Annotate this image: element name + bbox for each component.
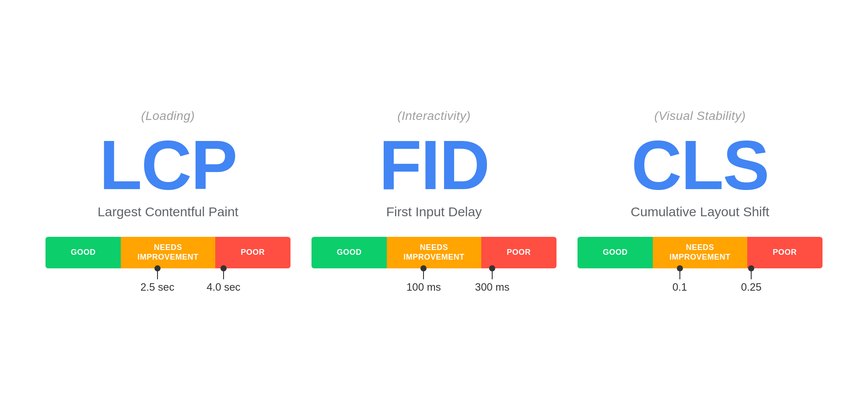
threshold-marker2-cls: 0.25 (741, 268, 762, 293)
threshold-dot2-cls (748, 265, 754, 271)
category-label-cls: (Visual Stability) (654, 109, 746, 123)
segment-good-lcp: GOOD (46, 237, 121, 268)
segment-good-cls: GOOD (578, 237, 653, 268)
metric-card-cls: (Visual Stability) CLS Cumulative Layout… (578, 109, 822, 299)
acronym-fid: FID (379, 130, 489, 200)
thresholds-wrapper-fid: 100 ms 300 ms (312, 268, 556, 299)
segment-poor-cls: POOR (747, 237, 822, 268)
acronym-lcp: LCP (99, 130, 237, 200)
threshold-value1-lcp: 2.5 sec (140, 281, 174, 293)
threshold-marker1-lcp: 2.5 sec (140, 268, 174, 293)
threshold-dot1-cls (677, 265, 683, 271)
threshold-line2-cls (751, 271, 752, 279)
segment-good-fid: GOOD (312, 237, 387, 268)
threshold-marker1-cls: 0.1 (672, 268, 687, 293)
scale-bar-fid: GOOD NEEDS IMPROVEMENT POOR (312, 237, 556, 268)
threshold-value2-lcp: 4.0 sec (206, 281, 240, 293)
segment-poor-lcp: POOR (215, 237, 290, 268)
segment-needs-cls: NEEDS IMPROVEMENT (653, 237, 747, 268)
scale-bar-cls: GOOD NEEDS IMPROVEMENT POOR (578, 237, 822, 268)
threshold-line1-lcp (157, 271, 158, 279)
metric-card-fid: (Interactivity) FID First Input Delay GO… (312, 109, 556, 299)
threshold-marker2-fid: 300 ms (475, 268, 510, 293)
threshold-dot2-lcp (220, 265, 227, 271)
metric-card-lcp: (Loading) LCP Largest Contentful Paint G… (46, 109, 290, 299)
category-label-lcp: (Loading) (141, 109, 195, 123)
metric-name-fid: First Input Delay (386, 204, 482, 219)
threshold-line1-fid (423, 271, 424, 279)
metrics-container: (Loading) LCP Largest Contentful Paint G… (0, 109, 868, 299)
threshold-marker1-fid: 100 ms (406, 268, 441, 293)
threshold-value1-fid: 100 ms (406, 281, 441, 293)
segment-needs-lcp: NEEDS IMPROVEMENT (121, 237, 215, 268)
thresholds-wrapper-lcp: 2.5 sec 4.0 sec (46, 268, 290, 299)
threshold-dot2-fid (489, 265, 495, 271)
metric-name-lcp: Largest Contentful Paint (98, 204, 238, 219)
metric-name-cls: Cumulative Layout Shift (631, 204, 770, 219)
threshold-line2-lcp (223, 271, 224, 279)
scale-bar-container-fid: GOOD NEEDS IMPROVEMENT POOR 100 ms 300 m… (312, 237, 556, 299)
threshold-value1-cls: 0.1 (672, 281, 687, 293)
threshold-marker2-lcp: 4.0 sec (206, 268, 240, 293)
threshold-dot1-fid (420, 265, 427, 271)
scale-bar-container-cls: GOOD NEEDS IMPROVEMENT POOR 0.1 0.25 (578, 237, 822, 299)
threshold-value2-fid: 300 ms (475, 281, 510, 293)
thresholds-wrapper-cls: 0.1 0.25 (578, 268, 822, 299)
threshold-value2-cls: 0.25 (741, 281, 762, 293)
segment-needs-fid: NEEDS IMPROVEMENT (387, 237, 481, 268)
scale-bar-container-lcp: GOOD NEEDS IMPROVEMENT POOR 2.5 sec 4.0 … (46, 237, 290, 299)
acronym-cls: CLS (631, 130, 769, 200)
threshold-line1-cls (679, 271, 680, 279)
scale-bar-lcp: GOOD NEEDS IMPROVEMENT POOR (46, 237, 290, 268)
threshold-line2-fid (492, 271, 493, 279)
segment-poor-fid: POOR (481, 237, 556, 268)
threshold-dot1-lcp (154, 265, 161, 271)
category-label-fid: (Interactivity) (397, 109, 471, 123)
